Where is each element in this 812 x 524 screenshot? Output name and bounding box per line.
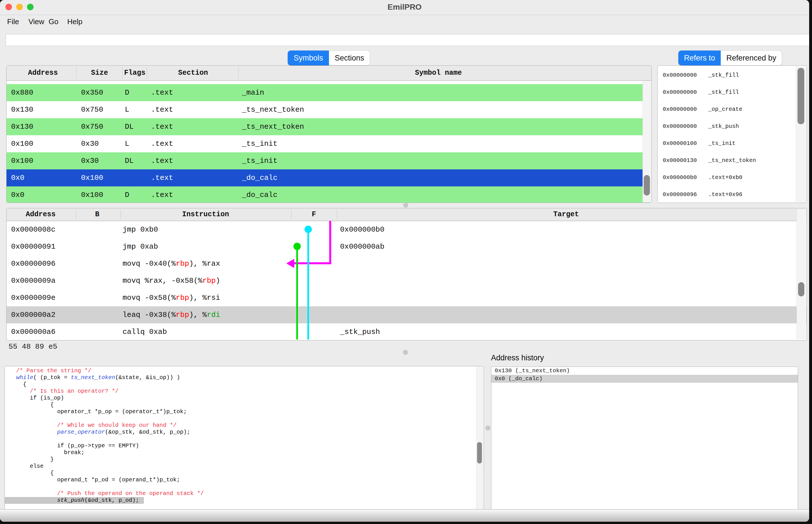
branch-arrow-magenta-head-icon xyxy=(286,259,294,268)
disasm-scrollbar-track[interactable] xyxy=(797,209,806,339)
code-lines: /* Parse the string */ while( (p_tok = t… xyxy=(10,367,204,504)
cell: _ts_next_token xyxy=(242,118,304,135)
code-line: /* Parse the string */ xyxy=(10,367,204,374)
code-line xyxy=(10,484,204,490)
instr-text: movq -0x40(%rbp), %rax xyxy=(123,255,220,272)
refers-address: 0x00000000 xyxy=(663,101,697,118)
refers-scrollbar-thumb[interactable] xyxy=(797,68,804,124)
cell: .text xyxy=(151,186,173,203)
title-bar: EmilPRO xyxy=(0,0,809,15)
code-line: /* Push the operand on the operand stack… xyxy=(10,490,204,497)
cell: DL xyxy=(125,152,133,169)
header-separator xyxy=(122,67,123,79)
refers-row[interactable]: 0x00000000_stk_fill xyxy=(658,84,807,101)
refers-address: 0x000000b0 xyxy=(663,169,697,186)
tab-refers-to[interactable]: Refers to xyxy=(679,51,721,65)
menu-bar: FileViewGoHelp xyxy=(0,15,82,28)
refers-row[interactable]: 0x00000096.text+0x96 xyxy=(658,186,807,203)
history-row[interactable]: 0x0 (_do_calc) xyxy=(491,375,798,383)
disasm-scrollbar-thumb[interactable] xyxy=(798,282,804,296)
menu-go[interactable]: Go xyxy=(49,17,59,26)
disasm-col-target: Target xyxy=(553,208,579,221)
symbols-col-address: Address xyxy=(28,66,58,80)
tab-symbols[interactable]: Symbols xyxy=(288,51,329,65)
horizontal-splitter-handle-2[interactable] xyxy=(403,350,408,355)
instruction-row-0x0000008c[interactable]: 0x0000008cjmp 0xb00x000000b0 xyxy=(6,221,807,238)
cell: _do_calc xyxy=(242,169,277,186)
disassembly-rows: 0x0000008cjmp 0xb00x000000b00x00000091jm… xyxy=(6,221,807,340)
code-line xyxy=(10,436,204,442)
refers-row[interactable]: 0x00000100_ts_init xyxy=(658,135,807,152)
symbols-col-section: Section xyxy=(178,66,208,80)
cell: D xyxy=(125,84,129,101)
header-separator xyxy=(76,210,76,219)
instruction-row-0x000000a2[interactable]: 0x000000a2leaq -0x38(%rbp), %rdi xyxy=(6,306,807,323)
window-title: EmilPRO xyxy=(0,0,809,15)
history-row[interactable]: 0x130 (_ts_next_token) xyxy=(491,367,798,375)
branch-line-green xyxy=(296,246,298,340)
cell: 0x130 xyxy=(11,118,33,135)
refers-row[interactable]: 0x00000130_ts_next_token xyxy=(658,152,807,169)
refers-address: 0x00000000 xyxy=(663,67,697,84)
instruction-row-0x00000096[interactable]: 0x00000096movq -0x40(%rbp), %rax xyxy=(6,255,807,272)
symbol-row-_main[interactable]: 0x8800x350D.text_main xyxy=(6,84,651,101)
disasm-col-b: B xyxy=(95,208,99,221)
instruction-row-0x00000091[interactable]: 0x00000091jmp 0xab0x000000ab xyxy=(6,238,807,255)
instr-text: movq -0x58(%rbp), %rsi xyxy=(123,289,220,306)
symbol-row-_ts_init[interactable]: 0x1000x30DL.text_ts_init xyxy=(6,152,651,169)
symbols-scrollbar-thumb[interactable] xyxy=(644,175,650,196)
instr-target: _stk_push xyxy=(340,323,380,340)
cell: 0x100 xyxy=(81,186,103,203)
refers-symbol: _ts_next_token xyxy=(708,152,756,169)
refers-address: 0x00000100 xyxy=(663,135,697,152)
instruction-row-0x0000009e[interactable]: 0x0000009emovq -0x58(%rbp), %rsi xyxy=(6,289,807,306)
refers-symbol: _stk_push xyxy=(708,118,739,135)
symbol-row-_do_calc[interactable]: 0x00x100D.text_do_calc xyxy=(6,186,651,203)
instruction-encoding-status: 55 48 89 e5 xyxy=(9,342,58,351)
symbol-row-_ts_next_token[interactable]: 0x1300x750L.text_ts_next_token xyxy=(6,101,651,118)
menu-file[interactable]: File xyxy=(7,17,19,26)
instr-target: 0x000000ab xyxy=(340,238,384,255)
cell: DL xyxy=(125,118,133,135)
tab-sections[interactable]: Sections xyxy=(329,51,370,65)
symbol-filter-input[interactable] xyxy=(6,34,809,46)
cell: _do_calc xyxy=(242,186,277,203)
refers-row[interactable]: 0x00000000_stk_push xyxy=(658,118,807,135)
menu-view[interactable]: View xyxy=(29,17,44,26)
code-line: while( (p_tok = ts_next_token(&state, &i… xyxy=(10,374,204,381)
code-scrollbar-thumb[interactable] xyxy=(477,442,482,463)
disasm-col-instruction: Instruction xyxy=(182,208,229,221)
symbol-row-_ts_init[interactable]: 0x1000x30L.text_ts_init xyxy=(6,135,651,152)
tab-referenced-by[interactable]: Referenced by xyxy=(721,51,782,65)
menu-help[interactable]: Help xyxy=(67,17,82,26)
refers-row[interactable]: 0x00000000_op_create xyxy=(658,101,807,118)
instr-address: 0x000000a2 xyxy=(11,306,55,323)
cell: 0x30 xyxy=(81,152,99,169)
code-line: operand_t *p_od = (operand_t*)p_tok; xyxy=(10,477,204,484)
cell: .text xyxy=(151,135,173,152)
instr-text: jmp 0xab xyxy=(123,238,158,255)
symbols-table: AddressSizeFlagsSectionSymbol name 0x880… xyxy=(6,65,652,203)
refers-row[interactable]: 0x00000000_stk_fill xyxy=(658,67,807,84)
refers-symbol: .text+0xb0 xyxy=(708,169,742,186)
instruction-row-0x0000009a[interactable]: 0x0000009amovq %rax, -0x58(%rbp) xyxy=(6,272,807,289)
cell: .text xyxy=(151,101,173,118)
symbol-row-_ts_next_token[interactable]: 0x1300x750DL.text_ts_next_token xyxy=(6,118,651,135)
horizontal-splitter-handle[interactable] xyxy=(403,202,408,208)
symbol-row-_do_calc[interactable]: 0x00x100.text_do_calc xyxy=(6,169,651,186)
refers-to-list: 0x00000000_stk_fill0x00000000_stk_fill0x… xyxy=(657,65,807,203)
code-scrollbar-track[interactable] xyxy=(476,366,483,516)
cell: D xyxy=(125,186,129,203)
refers-symbol: _stk_fill xyxy=(708,84,739,101)
cell: _ts_init xyxy=(242,152,277,169)
address-history-rows: 0x130 (_ts_next_token)0x0 (_do_calc) xyxy=(491,367,798,383)
refers-address: 0x00000096 xyxy=(663,186,697,203)
refers-address: 0x00000000 xyxy=(663,84,697,101)
code-line: parse_operator(&op_stk, &od_stk, p_op); xyxy=(10,429,204,436)
instruction-row-0x000000a6[interactable]: 0x000000a6callq 0xab_stk_push xyxy=(6,323,807,340)
cell: 0x880 xyxy=(11,84,33,101)
code-line: if (p_op->type == EMPTY) xyxy=(10,442,204,449)
cell: .text xyxy=(151,152,173,169)
vertical-splitter-handle[interactable] xyxy=(485,425,491,430)
refers-row[interactable]: 0x000000b0.text+0xb0 xyxy=(658,169,807,186)
